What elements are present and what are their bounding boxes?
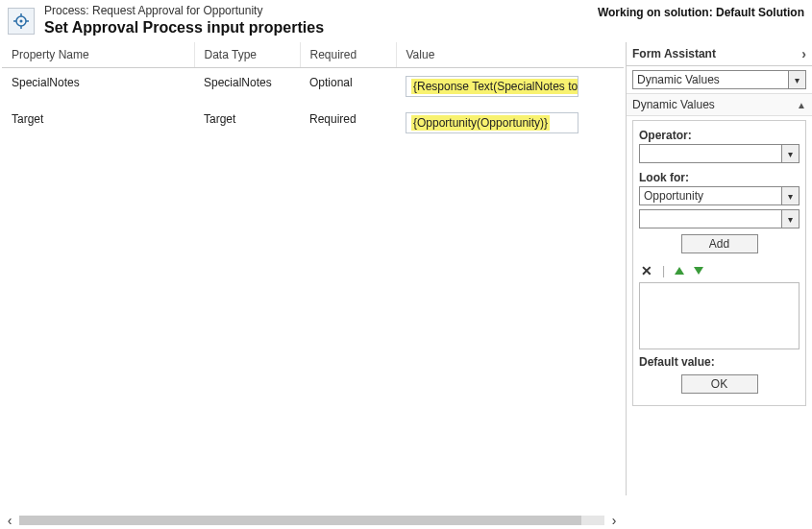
- default-value-label: Default value:: [639, 355, 800, 369]
- value-token: {Opportunity(Opportunity)}: [411, 115, 550, 131]
- collapse-icon[interactable]: ▲: [797, 100, 806, 110]
- add-button[interactable]: Add: [681, 234, 758, 253]
- assistant-mode-select[interactable]: Dynamic Values ▾: [632, 70, 806, 89]
- properties-table: Property Name Data Type Required Value S…: [2, 42, 624, 141]
- scroll-thumb[interactable]: [19, 516, 581, 525]
- look-for-entity-select[interactable]: Opportunity ▾: [639, 186, 800, 205]
- table-row[interactable]: Target Target Required {Opportunity(Oppo…: [2, 105, 624, 141]
- process-icon: [8, 8, 35, 35]
- chevron-down-icon[interactable]: ▾: [781, 210, 799, 228]
- operator-label: Operator:: [639, 129, 800, 142]
- page-header: Process: Request Approval for Opportunit…: [0, 0, 812, 42]
- process-line: Process: Request Approval for Opportunit…: [44, 4, 598, 17]
- ok-button[interactable]: OK: [681, 374, 758, 394]
- chevron-down-icon[interactable]: ▾: [781, 145, 799, 162]
- svg-point-1: [20, 20, 23, 23]
- cell-required: Required: [300, 105, 396, 141]
- table-row[interactable]: SpecialNotes SpecialNotes Optional {Resp…: [2, 68, 624, 106]
- operator-value: [640, 145, 781, 162]
- value-token: {Response Text(SpecialNotes to Manage: [411, 79, 578, 94]
- separator: |: [662, 264, 665, 277]
- section-title: Dynamic Values: [632, 98, 715, 111]
- col-header-required[interactable]: Required: [300, 42, 396, 68]
- look-for-label: Look for:: [639, 171, 800, 184]
- page-title: Set Approval Process input properties: [44, 19, 598, 36]
- scroll-left-icon[interactable]: ‹: [0, 513, 19, 528]
- horizontal-scrollbar[interactable]: ‹ ›: [0, 512, 624, 529]
- move-up-icon[interactable]: [675, 267, 684, 275]
- process-name: Request Approval for Opportunity: [92, 4, 262, 17]
- look-for-field-value: [640, 210, 781, 228]
- chevron-down-icon[interactable]: ▾: [781, 187, 799, 204]
- col-header-value[interactable]: Value: [396, 42, 624, 68]
- look-for-field-select[interactable]: ▾: [639, 209, 800, 228]
- cell-required: Optional: [300, 68, 396, 106]
- value-input-target[interactable]: {Opportunity(Opportunity)}: [406, 112, 578, 133]
- form-assistant-panel: Form Assistant › Dynamic Values ▾ Dynami…: [626, 42, 812, 495]
- operator-select[interactable]: ▾: [639, 144, 800, 163]
- col-header-datatype[interactable]: Data Type: [194, 42, 300, 68]
- cell-name: Target: [2, 105, 194, 141]
- look-for-entity-value: Opportunity: [640, 187, 781, 204]
- chevron-down-icon[interactable]: ▾: [788, 71, 805, 88]
- move-down-icon[interactable]: [694, 267, 703, 275]
- value-input-specialnotes[interactable]: {Response Text(SpecialNotes to Manage: [406, 76, 578, 97]
- scroll-right-icon[interactable]: ›: [604, 513, 624, 528]
- form-assistant-header: Form Assistant ›: [627, 42, 812, 66]
- values-list-box[interactable]: [639, 282, 800, 349]
- working-on-solution: Working on solution: Default Solution: [598, 4, 804, 19]
- dynamic-values-section-header[interactable]: Dynamic Values ▲: [627, 93, 812, 116]
- cell-datatype: Target: [194, 105, 300, 141]
- scroll-track[interactable]: [19, 516, 604, 525]
- remove-icon[interactable]: ✕: [641, 263, 652, 278]
- cell-datatype: SpecialNotes: [194, 68, 300, 106]
- cell-name: SpecialNotes: [2, 68, 194, 106]
- process-prefix: Process:: [44, 4, 92, 17]
- form-assistant-title: Form Assistant: [632, 47, 716, 60]
- properties-panel: Property Name Data Type Required Value S…: [0, 42, 626, 495]
- chevron-right-icon[interactable]: ›: [801, 46, 806, 61]
- assistant-mode-value: Dynamic Values: [633, 71, 788, 88]
- col-header-name[interactable]: Property Name: [2, 42, 194, 68]
- dynamic-values-body: Operator: ▾ Look for: Opportunity ▾ ▾ Ad…: [632, 120, 806, 406]
